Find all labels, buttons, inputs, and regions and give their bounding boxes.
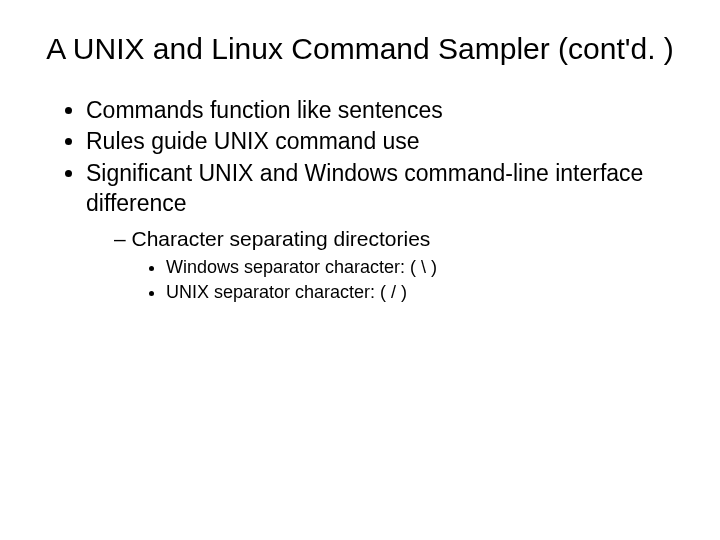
subsub-bullet-item: Windows separator character: ( \ )	[166, 256, 680, 279]
subsub-bullet-item: UNIX separator character: ( / )	[166, 281, 680, 304]
sub-bullet-list: Character separating directories Windows…	[86, 225, 680, 304]
slide: A UNIX and Linux Command Sampler (cont'd…	[0, 0, 720, 540]
sub-bullet-text: Character separating directories	[132, 227, 431, 250]
subsub-bullet-list: Windows separator character: ( \ ) UNIX …	[114, 256, 680, 304]
bullet-item: Commands function like sentences	[86, 96, 680, 126]
bullet-item: Significant UNIX and Windows command-lin…	[86, 159, 680, 304]
slide-title: A UNIX and Linux Command Sampler (cont'd…	[40, 30, 680, 68]
bullet-text: Significant UNIX and Windows command-lin…	[86, 160, 643, 216]
sub-bullet-item: Character separating directories Windows…	[114, 225, 680, 304]
bullet-item: Rules guide UNIX command use	[86, 127, 680, 157]
bullet-list: Commands function like sentences Rules g…	[40, 96, 680, 305]
